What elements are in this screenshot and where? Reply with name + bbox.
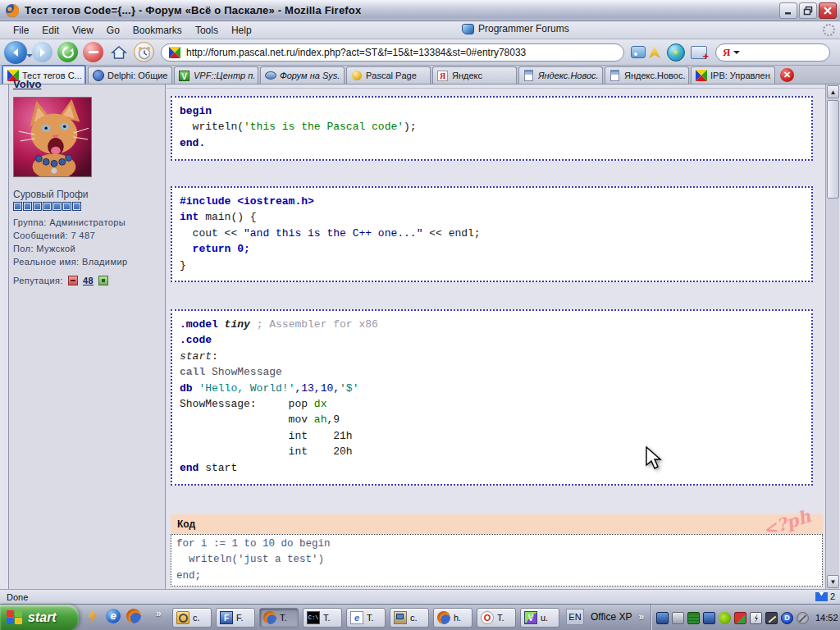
add-bookmark-icon[interactable] bbox=[691, 46, 707, 59]
extension-icon[interactable] bbox=[649, 46, 660, 58]
download-manager-icon[interactable]: D bbox=[781, 612, 793, 624]
start-button[interactable]: start bbox=[0, 605, 79, 630]
back-button[interactable] bbox=[4, 41, 27, 64]
quoted-code-box: for i := 1 to 10 do begin writeln('just … bbox=[171, 534, 823, 587]
search-engine-dropdown-icon[interactable] bbox=[733, 51, 740, 57]
firefox-app-icon bbox=[5, 3, 20, 18]
tab-yandex-news-2[interactable]: Яндекс.Новос... bbox=[605, 66, 689, 84]
taskbtn-opera[interactable]: O T. bbox=[477, 608, 516, 628]
scroll-down-button[interactable]: ▼ bbox=[827, 575, 839, 588]
url-text: http://forum.pascal.net.ru/index.php?act… bbox=[186, 47, 526, 58]
reputation-label: Репутация: bbox=[13, 276, 63, 285]
tab-delphi[interactable]: Delphi: Общие... bbox=[88, 66, 172, 84]
firefox-quick-launch-icon[interactable] bbox=[126, 609, 141, 623]
tab-favicon-delphi bbox=[93, 70, 104, 81]
package-icon[interactable] bbox=[734, 612, 746, 624]
rss-feed-icon[interactable] bbox=[631, 46, 646, 58]
alarm-clock-button[interactable] bbox=[134, 42, 154, 62]
mail-envelope-icon bbox=[815, 592, 828, 601]
taskbtn-ie-doc[interactable]: e T. bbox=[346, 608, 386, 628]
menu-edit[interactable]: Edit bbox=[35, 23, 66, 38]
firefox-task-icon bbox=[263, 611, 276, 624]
restore-button[interactable] bbox=[799, 2, 817, 19]
tab-vpf[interactable]: V VPF::Центр п... bbox=[174, 66, 258, 84]
menu-go[interactable]: Go bbox=[100, 23, 126, 38]
quick-launch-bolt-icon[interactable] bbox=[85, 609, 100, 623]
search-bar[interactable]: Я bbox=[715, 43, 830, 62]
bookmark-programmer-forums[interactable]: Programmer Forums bbox=[462, 23, 569, 34]
internet-explorer-icon[interactable]: e bbox=[106, 609, 121, 623]
network-folder-icon bbox=[394, 611, 407, 624]
go-button[interactable] bbox=[667, 43, 685, 62]
reputation-row: Репутация: 48 bbox=[13, 276, 108, 285]
restore-icon bbox=[803, 6, 813, 16]
wand-icon[interactable] bbox=[765, 612, 778, 624]
taskbtn-firefox-active[interactable]: T. bbox=[259, 608, 299, 628]
user-group: Группа: Администраторы bbox=[13, 217, 126, 227]
vertical-scrollbar[interactable]: ▲ ▼ bbox=[825, 84, 839, 589]
mail-notifier[interactable]: 2 bbox=[815, 591, 835, 601]
scrollbar-thumb[interactable] bbox=[827, 100, 839, 199]
menu-view[interactable]: View bbox=[66, 23, 100, 38]
reload-button[interactable] bbox=[57, 42, 78, 62]
menu-bookmarks[interactable]: Bookmarks bbox=[126, 23, 189, 38]
language-indicator[interactable]: EN bbox=[566, 609, 584, 625]
taskbtn-vdub[interactable]: V u. bbox=[520, 608, 559, 628]
scroll-up-button[interactable]: ▲ bbox=[827, 85, 839, 98]
reputation-plus-button[interactable] bbox=[98, 276, 108, 285]
rank-pip bbox=[62, 202, 71, 211]
menu-file[interactable]: File bbox=[7, 23, 35, 38]
asm-code-block: .model tiny ; Assembler for x86.codestar… bbox=[171, 309, 813, 486]
language-bar-chevron[interactable]: » bbox=[638, 611, 644, 623]
forward-button[interactable] bbox=[32, 42, 52, 62]
tab-bar: Тест тегов C... Delphi: Общие... V VPF::… bbox=[0, 66, 840, 84]
nvidia-icon[interactable] bbox=[719, 612, 731, 624]
lightning-icon[interactable] bbox=[750, 612, 762, 624]
taskbtn-cmd[interactable]: C:\ T. bbox=[303, 608, 342, 628]
tab-favicon-document bbox=[610, 70, 619, 81]
quick-launch-overflow-chevron[interactable]: » bbox=[156, 608, 162, 619]
rank-pip bbox=[52, 202, 62, 211]
volume-muted-icon[interactable] bbox=[797, 612, 809, 624]
address-bar[interactable]: http://forum.pascal.net.ru/index.php?act… bbox=[161, 43, 624, 62]
tab-yandex-news-1[interactable]: Яндекс.Новос... bbox=[518, 66, 603, 84]
network-monitors-icon-2[interactable] bbox=[703, 612, 715, 624]
cpp-code-block: #include <iostream.h>int main() { cout <… bbox=[171, 186, 813, 282]
back-arrow-icon bbox=[10, 47, 21, 58]
far-manager-icon: F bbox=[220, 611, 233, 624]
stop-button[interactable] bbox=[83, 42, 103, 62]
taskbtn-folder[interactable]: c. bbox=[172, 608, 212, 628]
minimize-button[interactable] bbox=[779, 2, 797, 19]
taskbtn-network[interactable]: c. bbox=[390, 608, 429, 628]
close-button[interactable] bbox=[819, 2, 837, 19]
opera-icon: O bbox=[481, 611, 494, 624]
network-monitors-icon[interactable] bbox=[656, 612, 669, 624]
home-icon bbox=[111, 45, 127, 60]
username-link[interactable]: Volvo bbox=[13, 78, 41, 90]
yandex-search-icon: Я bbox=[723, 46, 730, 59]
menu-help[interactable]: Help bbox=[225, 23, 258, 38]
tab-forum-sys[interactable]: Форум на Sys... bbox=[260, 66, 345, 84]
reputation-minus-button[interactable] bbox=[68, 276, 78, 285]
taskbtn-far[interactable]: F F. bbox=[216, 608, 255, 628]
traffic-grid-icon[interactable] bbox=[687, 612, 700, 624]
close-tab-button[interactable]: ✕ bbox=[780, 68, 794, 82]
taskbtn-firefox-2[interactable]: h. bbox=[433, 608, 472, 628]
home-button[interactable] bbox=[108, 42, 129, 62]
tab-ipb-admin[interactable]: IPB: Управлен... bbox=[691, 66, 775, 84]
mail-count: 2 bbox=[830, 591, 835, 601]
start-label: start bbox=[28, 610, 57, 625]
printer-icon[interactable] bbox=[672, 612, 684, 624]
tab-favicon-forum bbox=[265, 71, 276, 80]
language-bar-label[interactable]: Office XP bbox=[591, 611, 632, 623]
navigation-toolbar: http://forum.pascal.net.ru/index.php?act… bbox=[0, 39, 840, 66]
window-titlebar[interactable]: Тест тегов Code={...} - Форум «Всё о Пас… bbox=[0, 0, 840, 21]
tab-yandex[interactable]: Я Яндекс bbox=[432, 66, 517, 84]
reputation-value-link[interactable]: 48 bbox=[83, 276, 94, 285]
tab-pascal-page[interactable]: Pascal Page bbox=[346, 66, 431, 84]
post-header-clipped: Сегодня, 14:28 Открыл | Сообщение #1 bbox=[167, 84, 825, 89]
quick-launch: e bbox=[85, 609, 141, 623]
menu-tools[interactable]: Tools bbox=[189, 23, 225, 38]
member-title: Суровый Профи bbox=[13, 189, 88, 200]
desktop: Тест тегов Code={...} - Форум «Всё о Пас… bbox=[0, 0, 840, 630]
